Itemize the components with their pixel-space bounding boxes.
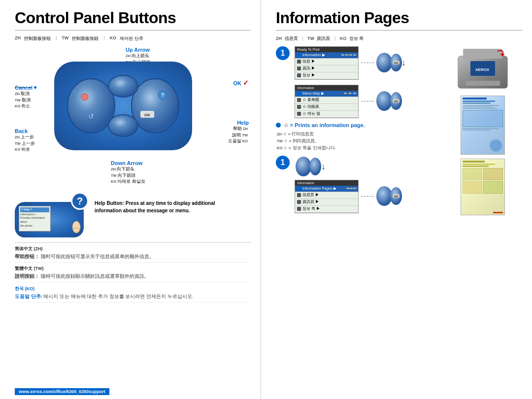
svg-text:?: ? [161,93,164,98]
step-1-buttons: OK [375,52,402,74]
step-2b-buttons [295,156,322,178]
help-panel-visual: ? ? Help ? Information > Provides inform… [15,200,89,237]
left-divider [15,30,251,31]
step-3-tw-item: 資訊頁 ▶ [295,199,358,206]
printer-image: XEROX [456,46,510,91]
svg-point-20 [296,157,311,176]
right-subtitles: ZH 信息页 | TW 資訊頁 | KO 정보 쪽 [276,35,522,42]
svg-text:↺: ↺ [88,112,94,120]
prints-dot [276,123,281,128]
step-3-buttons: OK [375,185,402,207]
step-2-screen: Information Menu Map ▶ ☆ 菜单图 [295,85,359,118]
main-container: Control Panel Buttons ZH 控制面板按钮 | TW 控制面… [0,0,532,399]
cancel-label: Cancel ZH取消 TW取消 KO취소 [15,86,36,109]
control-panel-blue: ? OK ↺ [54,62,192,150]
step-1-content: Ready To Print Information ▶ 信息 ▶ [295,46,406,80]
step-1-ko-item: 정보 ▶ [295,72,358,79]
question-mark: ? [71,192,89,210]
left-title: Control Panel Buttons [15,9,251,27]
svg-point-16 [376,91,392,111]
control-panel-diagram: Up Arrow ZH向上箭头 TW向上箭頭 KO위로 화살표 [15,47,251,185]
step-1-zh-item: 信息 ▶ [295,59,358,66]
help-label: Help 帮助ZH 說明TW 도움말KO [228,120,249,144]
step-1-circle: 1 [276,46,290,60]
prints-info-section: ☆ = Prints an information page. ZH☆ = 打印… [276,122,436,152]
svg-point-3 [108,115,138,136]
left-panel: Control Panel Buttons ZH 控制面板按钮 | TW 控制面… [0,0,261,399]
step-1-info-item: Information ▶ [295,52,358,59]
step-3-ko-item: 정보 쪽 ▶ [295,206,358,213]
svg-point-22 [376,186,392,206]
step-2-ko-item: ☆ 메뉴 맵 [295,111,358,118]
step-1-visual: Ready To Print Information ▶ 信息 ▶ [295,46,406,80]
svg-point-12 [376,53,392,72]
svg-text:OK: OK [394,62,399,65]
step-2-tw-item: ☆ 功能表 [295,104,358,111]
svg-text:XEROX: XEROX [475,67,490,72]
step-2-section: 1 [276,156,436,213]
ok-label: OK ✓ [233,79,249,87]
help-description: Help Button: Press at any time to displa… [95,200,233,214]
panel-svg: ? OK ↺ [64,71,182,140]
step-1-row: 1 Ready To Print Information ▶ [276,46,436,80]
mini-hand-icon [67,220,81,235]
step-2-buttons: OK [375,90,402,112]
info-pages-content: 1 Ready To Print Information ▶ [276,46,522,215]
down-arrow-symbol: ↓ [321,162,326,172]
back-label: Back ZH上一步 TW上一步 KO뒤로 [15,128,35,153]
step-1-tw-item: 資訊 ▶ [295,66,358,72]
help-screen: ? Help ? Information > Provides informat… [19,206,51,232]
right-divider [276,30,522,31]
svg-point-4 [81,94,88,100]
tw-section: 繁體中文 (TW) 說明按鈕： 隨時可按此按鈕顯示關於訊息或選單額外的資訊。 [15,266,251,282]
svg-point-1 [132,79,179,133]
svg-point-0 [67,79,115,133]
down-arrow-label: Down Arrow ZH向下箭头 TW向下箭頭 KO아래로 화살표 [111,160,145,185]
footer-url[interactable]: www.xerox.com/office/6300_6350support [15,388,109,395]
ko-section: 한국 (KO) 도움말 단추: 메시지 또는 메뉴에 대한 추가 정보를 보시려… [15,286,251,302]
svg-text:OK: OK [394,195,399,198]
language-sections: 简体中文 (ZH) 帮助按钮： 随时可按此按钮可显示关于信息或菜单的额外信息。 … [15,242,251,302]
step-3-screen: Information Information Pages ▶ 信息页 ▶ [295,180,359,213]
steps-column: 1 Ready To Print Information ▶ [276,46,436,215]
step-3-connector: OK [362,185,402,207]
svg-rect-29 [466,81,500,86]
page-thumb-blue [461,96,505,155]
step-2-zh-item: ☆ 菜单图 [295,97,358,104]
help-button-section: ? ? Help ? Information > Provides inform… [15,200,251,237]
right-panel: Information Pages ZH 信息页 | TW 資訊頁 | KO 정… [261,0,532,399]
step-2-connector: OK [362,90,402,112]
step-2-menu-item: Menu Map ▶ [295,91,358,97]
step-3-info-pages-item: Information Pages ▶ [295,186,358,192]
svg-text:OK: OK [394,100,399,103]
step-1-screen: Ready To Print Information ▶ 信息 ▶ [295,46,359,80]
step-3-zh-item: 信息页 ▶ [295,192,358,199]
step-1-connector: OK ↓ [362,52,406,74]
step-1-red-arrow: ↓ [401,58,406,68]
step-2-top-visual: ↓ [295,156,402,178]
page-thumb-yellow [461,159,505,215]
svg-point-2 [108,75,138,97]
svg-rect-11 [73,228,79,232]
right-visuals: XEROX [443,46,522,215]
svg-text:OK: OK [144,113,150,117]
svg-point-21 [309,158,321,175]
zh-section: 简体中文 (ZH) 帮助按钮： 随时可按此按钮可显示关于信息或菜单的额外信息。 [15,246,251,263]
right-title: Information Pages [276,9,522,27]
step-2-menu: Information Menu Map ▶ ☆ 菜单图 [295,85,436,118]
left-subtitles: ZH 控制面板按钮 | TW 控制面板按鈕 | KO 제어판 단추 [15,35,251,42]
svg-rect-28 [463,49,502,59]
step-2-circle: 1 [276,156,290,169]
